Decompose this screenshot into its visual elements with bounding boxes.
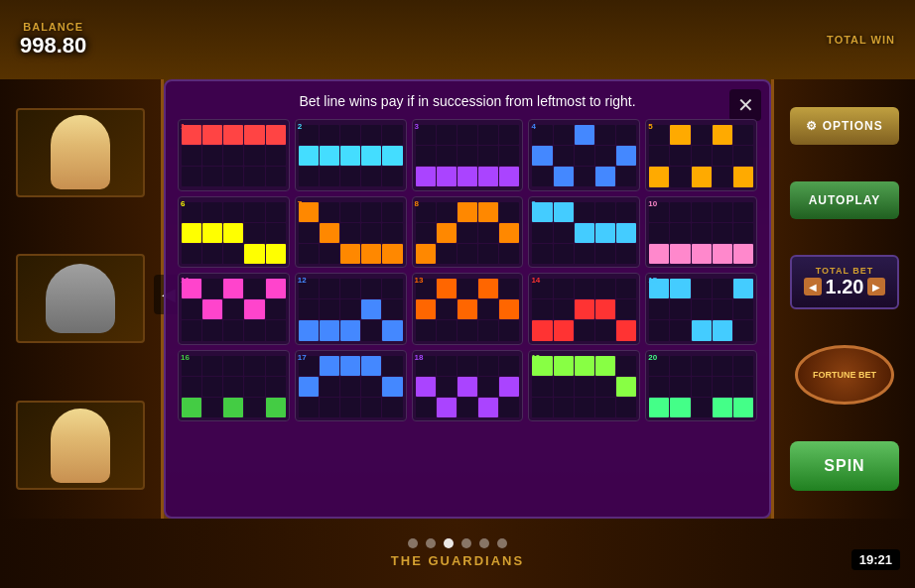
cell-2-2-3 (361, 167, 381, 186)
cell-6-0-4 (266, 202, 286, 222)
pagination-dot-5[interactable] (497, 538, 507, 548)
cell-16-1-4 (266, 377, 286, 397)
modal-close-button[interactable]: ✕ (729, 89, 761, 121)
right-panel: ⚙ OPTIONS AUTOPLAY TOTAL BET ◀ 1.20 ▶ FO… (771, 79, 915, 519)
pagination-dot-2[interactable] (444, 538, 454, 548)
cell-14-0-1 (554, 279, 574, 298)
cell-17-2-2 (340, 398, 360, 417)
cell-5-2-2 (692, 167, 712, 186)
pagination-dot-1[interactable] (426, 538, 436, 548)
cell-18-1-0 (416, 377, 436, 397)
cell-2-1-2 (340, 146, 360, 166)
payline-grid-11 (182, 277, 286, 340)
payline-grid-5 (649, 123, 753, 187)
cell-6-1-4 (266, 223, 286, 243)
cell-12-2-0 (299, 320, 319, 340)
cell-20-0-1 (670, 356, 690, 376)
cell-1-2-2 (223, 167, 243, 186)
cell-12-1-0 (299, 299, 319, 319)
cell-17-1-1 (320, 377, 339, 397)
payline-card-6: 6 (178, 196, 290, 269)
wolf-figure-1 (46, 264, 115, 333)
cell-1-1-2 (223, 146, 243, 166)
cell-13-1-0 (416, 299, 436, 319)
cell-20-1-3 (713, 377, 732, 397)
cell-8-0-3 (478, 202, 498, 222)
cell-14-2-1 (554, 320, 574, 340)
cell-19-2-3 (595, 398, 615, 417)
cell-11-0-1 (202, 279, 222, 298)
bet-decrease-button[interactable]: ◀ (804, 278, 822, 295)
cell-15-2-1 (670, 320, 690, 340)
spin-button[interactable]: SPIN (790, 441, 899, 491)
cell-19-2-0 (532, 398, 552, 417)
payline-grid-1 (182, 123, 286, 186)
cell-8-1-3 (478, 223, 498, 243)
cell-7-2-2 (340, 244, 360, 264)
cell-1-2-1 (202, 167, 222, 186)
payline-number-1: 1 (181, 122, 185, 131)
payline-grid-12 (299, 277, 403, 340)
cell-1-1-1 (202, 146, 222, 166)
options-button[interactable]: ⚙ OPTIONS (790, 107, 899, 145)
cell-14-2-3 (595, 320, 615, 340)
top-bar: BALANCE 998.80 TOTAL WIN (0, 0, 915, 79)
cell-9-0-2 (575, 202, 594, 222)
payline-grid-7 (299, 200, 403, 264)
cell-19-1-0 (532, 377, 552, 397)
payline-grid-13 (416, 277, 520, 340)
payline-card-19: 19 (528, 350, 640, 422)
payline-number-15: 15 (648, 276, 657, 285)
cell-6-0-3 (244, 202, 264, 222)
pagination-dot-4[interactable] (479, 538, 489, 548)
left-side-panel (0, 79, 164, 519)
cell-6-1-2 (223, 223, 243, 243)
cell-8-0-1 (437, 202, 457, 222)
cell-11-1-2 (223, 299, 243, 319)
cell-5-2-0 (649, 167, 669, 186)
total-bet-value: 1.20 (826, 276, 864, 298)
payline-card-17: 17 (295, 350, 407, 422)
cell-13-1-4 (499, 299, 519, 319)
cell-4-1-4 (616, 146, 636, 166)
cell-3-2-4 (499, 167, 519, 186)
cell-13-2-3 (478, 320, 498, 340)
cell-18-0-4 (499, 356, 519, 376)
cell-7-1-4 (382, 223, 402, 243)
cell-14-1-3 (595, 299, 615, 319)
cell-2-2-2 (340, 167, 360, 186)
cell-12-0-1 (320, 279, 339, 298)
cell-16-1-2 (223, 377, 243, 397)
bottom-bar: THE GUARDIANS 19:21 (0, 519, 915, 588)
cell-7-0-4 (382, 202, 402, 222)
payline-number-17: 17 (298, 353, 307, 362)
payline-number-11: 11 (181, 276, 190, 285)
cell-14-1-1 (554, 299, 574, 319)
cell-2-1-4 (382, 146, 402, 166)
payline-number-18: 18 (415, 353, 424, 362)
cell-20-1-4 (733, 377, 753, 397)
fortune-bet-badge[interactable]: FORTUNE BET (795, 345, 894, 405)
cell-1-0-3 (244, 125, 264, 145)
payline-card-13: 13 (412, 273, 524, 345)
cell-7-0-3 (361, 202, 381, 222)
payline-number-12: 12 (298, 276, 307, 285)
autoplay-button[interactable]: AUTOPLAY (790, 181, 899, 219)
pagination-dot-3[interactable] (461, 538, 471, 548)
bet-increase-button[interactable]: ▶ (867, 278, 885, 295)
payline-card-5: 5 (645, 119, 757, 191)
cell-9-2-0 (532, 244, 552, 264)
character-figure-2 (51, 409, 110, 483)
cell-11-1-0 (182, 299, 201, 319)
cell-20-2-0 (649, 398, 669, 417)
cell-3-1-4 (499, 146, 519, 166)
payline-number-10: 10 (648, 199, 657, 208)
cell-19-1-2 (575, 377, 594, 397)
payline-card-1: 1 (178, 119, 290, 191)
pagination-dot-0[interactable] (408, 538, 418, 548)
time-display: 19:21 (851, 549, 900, 570)
modal-description: Bet line wins pay if in succession from … (299, 93, 635, 109)
cell-19-2-1 (554, 398, 574, 417)
cell-7-2-3 (361, 244, 381, 264)
cell-15-1-4 (733, 299, 753, 319)
